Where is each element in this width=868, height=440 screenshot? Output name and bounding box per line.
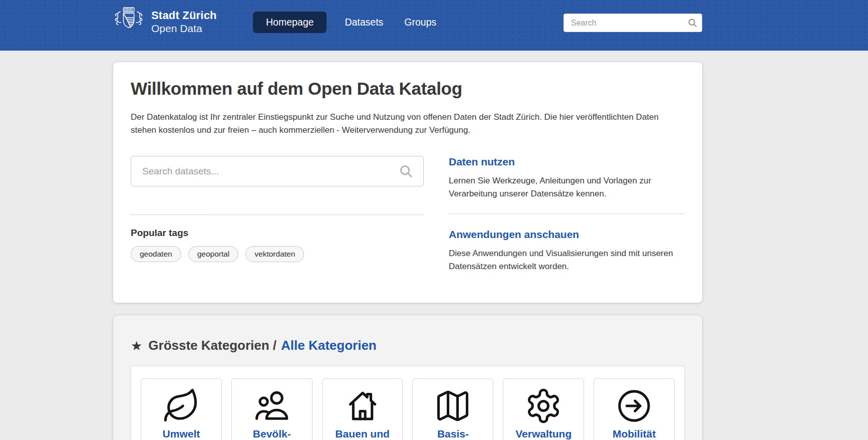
tag-geoportal[interactable]: geoportal — [188, 246, 239, 262]
tile-label: Bevölk- — [253, 428, 291, 440]
top-navbar: Stadt Zürich Open Data Homepage Datasets… — [0, 0, 868, 51]
category-tile-umwelt[interactable]: Umwelt — [141, 378, 222, 440]
nav-item-homepage[interactable]: Homepage — [253, 12, 327, 33]
house-icon — [344, 387, 382, 425]
star-icon: ★ — [131, 339, 142, 352]
anwendungen-text: Diese Anwendungen und Visualisierungen s… — [449, 247, 685, 273]
popular-tags-title: Popular tags — [131, 228, 424, 239]
zurich-coat-of-arms-icon — [113, 6, 144, 37]
dataset-search — [131, 156, 424, 186]
category-tile-mobilitaet[interactable]: Mobilität — [594, 378, 675, 440]
text-line: Datensätzen entwickelt worden. — [449, 260, 685, 273]
text-line: Verarbeitung unserer Datensätze kennen. — [449, 187, 685, 200]
people-icon — [253, 387, 291, 425]
tile-label: Mobilität — [613, 428, 656, 440]
daten-nutzen-text: Lernen Sie Werkzeuge, Anleitungen und Vo… — [449, 174, 685, 200]
categories-card: ★ Grösste Kategorien / Alle Kategorien U… — [113, 315, 703, 440]
popular-tags: geodaten geoportal vektordaten — [131, 246, 424, 262]
tile-label: Verwaltung — [515, 428, 571, 440]
gear-icon — [524, 387, 562, 425]
category-tile-verwaltung[interactable]: Verwaltung — [503, 378, 584, 440]
categories-title: Grösste Kategorien / — [148, 338, 276, 353]
page-title: Willkommen auf dem Open Data Katalog — [131, 79, 685, 99]
text-line: Diese Anwendungen und Visualisierungen s… — [449, 247, 685, 260]
site-search-input[interactable] — [563, 14, 702, 32]
anwendungen-anschauen-link[interactable]: Anwendungen anschauen — [449, 229, 685, 241]
logo-title: Stadt Zürich — [151, 9, 217, 22]
welcome-card: Willkommen auf dem Open Data Katalog Der… — [113, 62, 703, 303]
divider — [449, 213, 685, 214]
leaf-icon — [162, 387, 200, 425]
site-logo[interactable]: Stadt Zürich Open Data — [113, 6, 217, 37]
category-tile-basiskarten[interactable]: Basis- — [412, 378, 493, 440]
tile-label: Umwelt — [163, 428, 200, 440]
search-icon[interactable] — [687, 18, 698, 30]
search-icon[interactable] — [398, 163, 414, 181]
map-icon — [434, 387, 472, 425]
info-section-daten-nutzen: Daten nutzen Lernen Sie Werkzeuge, Anlei… — [449, 156, 685, 200]
nav-item-groups[interactable]: Groups — [401, 12, 439, 33]
tile-label: Basis- — [437, 428, 469, 440]
intro-paragraph: Der Datenkatalog ist Ihr zentraler Einst… — [131, 111, 685, 137]
category-tile-bevoelkerung[interactable]: Bevölk- — [231, 378, 313, 440]
divider — [131, 214, 424, 215]
intro-line-2: stehen kostenlos und zur freien – auch k… — [131, 124, 685, 137]
main-navigation: Homepage Datasets Groups — [253, 12, 439, 33]
dataset-search-input[interactable] — [131, 156, 424, 186]
logo-subtitle: Open Data — [151, 22, 217, 35]
all-categories-link[interactable]: Alle Kategorien — [281, 338, 377, 353]
site-search — [563, 14, 702, 32]
daten-nutzen-link[interactable]: Daten nutzen — [449, 156, 685, 168]
categories-heading: ★ Grösste Kategorien / Alle Kategorien — [131, 315, 685, 353]
category-tiles-panel: Umwelt Bevölk- Bauen und — [131, 366, 685, 440]
tag-vektordaten[interactable]: vektordaten — [245, 246, 304, 262]
intro-line-1: Der Datenkatalog ist Ihr zentraler Einst… — [131, 111, 685, 124]
info-section-anwendungen: Anwendungen anschauen Diese Anwendungen … — [449, 229, 685, 273]
category-tile-bauen-und-wohnen[interactable]: Bauen und — [322, 378, 403, 440]
text-line: Lernen Sie Werkzeuge, Anleitungen und Vo… — [449, 174, 685, 187]
arrow-right-circle-icon — [615, 387, 653, 425]
nav-item-datasets[interactable]: Datasets — [342, 12, 386, 33]
tag-geodaten[interactable]: geodaten — [131, 246, 181, 262]
tile-label: Bauen und — [335, 428, 390, 440]
